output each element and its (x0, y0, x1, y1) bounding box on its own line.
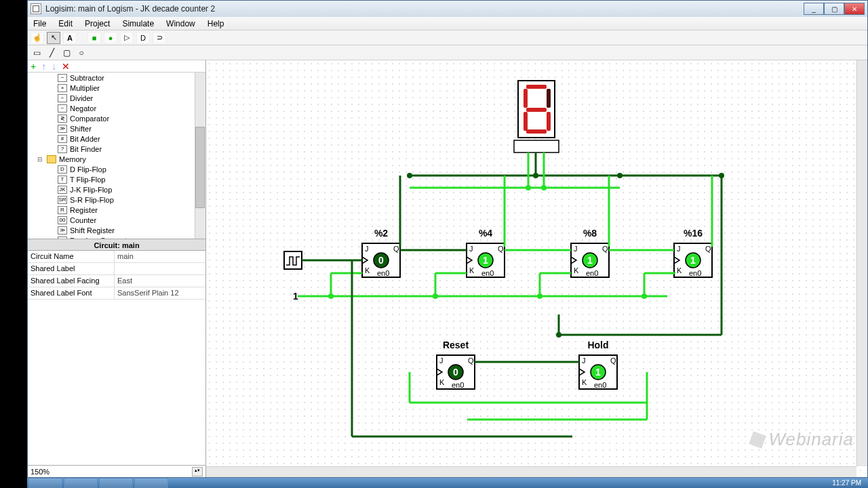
menu-simulate[interactable]: Simulate (119, 18, 157, 30)
menu-project[interactable]: Project (82, 18, 113, 30)
svg-point-68 (526, 185, 531, 190)
component-icon: ≫ (58, 125, 67, 133)
tree-item[interactable]: 00Counter (28, 215, 205, 225)
svg-rect-51 (526, 85, 547, 89)
text-tool[interactable]: A (63, 32, 77, 44)
svg-text:K: K (677, 266, 682, 274)
tree-item[interactable]: #Bit Adder (28, 134, 205, 144)
tree-item[interactable]: ?Random Generator (28, 235, 205, 239)
input-pin-tool[interactable]: ■ (87, 32, 101, 44)
tree-item[interactable]: ≫Shifter (28, 123, 205, 134)
svg-rect-58 (514, 140, 559, 152)
tree-label: Bit Adder (70, 135, 100, 143)
taskbar-clock[interactable]: 11:27 PM (832, 479, 868, 487)
tree-item[interactable]: −Subtractor (28, 73, 205, 83)
draw-select-icon[interactable]: ▭ (31, 47, 43, 58)
taskbar-item[interactable] (64, 478, 98, 488)
svg-text:en0: en0 (594, 381, 606, 389)
start-button[interactable] (28, 478, 62, 488)
toolbar-main: ☝ ↖ A ■ ● ▷ D ⊃ (28, 30, 867, 45)
select-tool[interactable]: ↖ (47, 32, 60, 44)
draw-rect-icon[interactable]: ▢ (60, 47, 73, 58)
add-circuit-icon[interactable]: + (31, 61, 36, 72)
zoom-value[interactable]: 150% (31, 468, 50, 476)
tree-label: T Flip-Flop (70, 176, 105, 184)
svg-text:%8: %8 (583, 228, 597, 239)
svg-text:Q: Q (610, 357, 616, 365)
close-button[interactable]: ✕ (844, 3, 865, 15)
tree-item[interactable]: ≷Comparator (28, 113, 205, 123)
taskbar-item[interactable] (134, 478, 168, 488)
output-pin-tool[interactable]: ● (104, 32, 117, 44)
taskbar-item[interactable] (99, 478, 133, 488)
maximize-button[interactable]: ▢ (824, 3, 844, 15)
draw-line-icon[interactable]: ╱ (45, 47, 58, 58)
svg-text:J: J (677, 245, 681, 253)
circuit-canvas[interactable]: %20JKQen0%41JKQen0%81JKQen0%161JKQen0Res… (206, 60, 867, 477)
svg-text:1: 1 (293, 291, 298, 302)
component-icon: − (58, 74, 67, 82)
tree-item[interactable]: ≫Shift Register (28, 225, 205, 235)
tree-scrollbar[interactable] (195, 73, 205, 239)
tree-category-memory[interactable]: ⊟Memory (28, 154, 205, 164)
tree-label: Bit Finder (70, 145, 102, 153)
tree-item[interactable]: −Negator (28, 103, 205, 113)
tree-item[interactable]: TT Flip-Flop (28, 174, 205, 184)
zoom-spinner[interactable]: ▴▾ (192, 467, 203, 476)
menu-window[interactable]: Window (163, 18, 198, 30)
canvas-vscroll[interactable] (856, 60, 867, 466)
svg-text:1: 1 (587, 255, 593, 266)
component-icon: # (58, 135, 67, 143)
svg-rect-57 (526, 108, 547, 112)
move-down-icon[interactable]: ↓ (52, 61, 56, 72)
tree-label: Multiplier (70, 84, 100, 92)
svg-point-59 (328, 293, 334, 299)
svg-point-64 (407, 173, 412, 178)
taskbar[interactable]: 11:27 PM (27, 478, 868, 488)
tree-item[interactable]: ?Bit Finder (28, 144, 205, 154)
tree-item[interactable]: SRS-R Flip-Flop (28, 195, 205, 205)
move-up-icon[interactable]: ↑ (41, 61, 46, 72)
svg-text:%2: %2 (374, 228, 388, 239)
menu-file[interactable]: File (31, 18, 49, 30)
delete-icon[interactable]: ✕ (62, 61, 70, 72)
tree-item[interactable]: ÷Divider (28, 93, 205, 103)
tree-label: Negator (70, 104, 96, 113)
watermark: Webinaria (751, 429, 854, 450)
property-row[interactable]: Shared Label FontSansSerif Plain 12 (28, 287, 205, 300)
tree-item[interactable]: DD Flip-Flop (28, 164, 205, 174)
component-icon: SR (58, 196, 67, 204)
and-gate-tool[interactable]: D (136, 32, 150, 44)
component-icon: × (58, 84, 67, 92)
minimize-button[interactable]: _ (804, 3, 824, 15)
svg-text:0: 0 (378, 255, 384, 266)
svg-text:Reset: Reset (443, 340, 469, 350)
poke-tool[interactable]: ☝ (31, 32, 44, 44)
property-row[interactable]: Shared Label FacingEast (28, 275, 205, 287)
property-row[interactable]: Circuit Namemain (28, 251, 205, 263)
svg-rect-52 (547, 89, 551, 108)
component-tree[interactable]: −Subtractor×Multiplier÷Divider−Negator≷C… (28, 73, 205, 239)
draw-oval-icon[interactable]: ○ (75, 47, 87, 58)
window-title: Logisim: main of Logism - JK decade coun… (45, 4, 215, 14)
property-row[interactable]: Shared Label (28, 263, 205, 275)
menu-edit[interactable]: Edit (56, 18, 75, 30)
tree-item[interactable]: ×Multiplier (28, 83, 205, 93)
svg-point-65 (533, 173, 538, 178)
component-icon: 00 (58, 216, 67, 224)
menu-help[interactable]: Help (205, 18, 227, 30)
canvas-hscroll[interactable] (206, 466, 856, 477)
not-gate-tool[interactable]: ▷ (120, 32, 134, 44)
folder-icon (47, 155, 56, 163)
component-icon: ? (58, 237, 67, 239)
tree-item[interactable]: RRegister (28, 205, 205, 215)
svg-rect-56 (524, 89, 528, 108)
svg-text:%4: %4 (479, 228, 492, 239)
properties-title: Circuit: main (28, 239, 205, 251)
component-icon: JK (58, 186, 67, 194)
tree-item[interactable]: JKJ-K Flip-Flop (28, 184, 205, 195)
svg-text:J: J (574, 245, 578, 253)
or-gate-tool[interactable]: ⊃ (153, 32, 166, 44)
svg-text:en0: en0 (481, 269, 494, 277)
component-icon: − (58, 104, 67, 113)
